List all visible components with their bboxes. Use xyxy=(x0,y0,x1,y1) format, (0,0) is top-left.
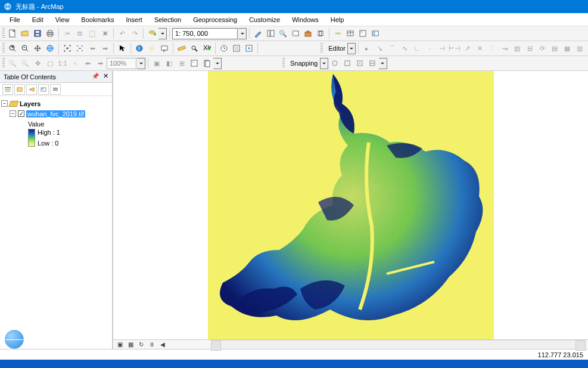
catalog-icon[interactable] xyxy=(265,27,276,39)
step-back-button[interactable]: ◀ xyxy=(158,341,167,349)
layout-button[interactable] xyxy=(357,27,369,39)
snap-vertex-button[interactable] xyxy=(354,57,366,69)
redo-button[interactable]: ↷ xyxy=(129,27,141,39)
layout-zoom-dropdown[interactable] xyxy=(137,58,145,69)
pause-drawing-button[interactable]: ⏸ xyxy=(148,341,156,349)
toolbar-grip-icon[interactable] xyxy=(282,58,285,69)
toolbar-grip-icon[interactable] xyxy=(2,43,5,54)
layout-zoom-input[interactable] xyxy=(107,58,136,69)
pan-button[interactable] xyxy=(32,42,43,54)
layer-row[interactable]: − ✓ wuhan_fvc_2019.tif xyxy=(1,109,111,119)
edit-sketch-button[interactable]: ▦ xyxy=(561,42,573,54)
new-doc-button[interactable] xyxy=(7,27,18,39)
toggle-draft-button[interactable]: ▣ xyxy=(151,57,163,69)
model-builder-button[interactable] xyxy=(332,27,344,39)
edit-straight-button[interactable]: ↘ xyxy=(374,42,385,54)
data-view-button[interactable]: ▣ xyxy=(116,341,124,349)
copy-button[interactable]: ⧉ xyxy=(74,27,86,39)
paste-button[interactable]: 📋 xyxy=(86,27,98,39)
list-by-selection-button[interactable] xyxy=(38,84,49,95)
menu-view[interactable]: View xyxy=(49,15,76,24)
edit-cut-polygons-button[interactable]: ▨ xyxy=(511,42,523,54)
layout-back-button[interactable]: ⬅ xyxy=(82,57,94,69)
overview-button[interactable] xyxy=(243,42,255,54)
menu-selection[interactable]: Selection xyxy=(148,15,187,24)
menu-help[interactable]: Help xyxy=(325,15,350,24)
print-button[interactable] xyxy=(44,27,56,39)
minus-icon[interactable]: − xyxy=(10,110,16,117)
snapping-dropdown[interactable] xyxy=(320,58,328,69)
pin-icon[interactable]: 📌 xyxy=(92,73,99,79)
minus-icon[interactable]: − xyxy=(1,100,8,107)
snapping-label[interactable]: Snapping xyxy=(287,60,319,67)
full-extent-button[interactable] xyxy=(44,42,56,54)
snap-point-button[interactable] xyxy=(329,57,341,69)
dd-toolbar-button[interactable] xyxy=(188,57,200,69)
fixed-zoom-out-button[interactable] xyxy=(74,42,86,54)
map-display[interactable] xyxy=(113,71,588,339)
toolbar-grip-icon[interactable] xyxy=(321,43,323,54)
menu-bookmarks[interactable]: Bookmarks xyxy=(75,15,120,24)
go-back-button[interactable]: ⬅ xyxy=(86,42,98,54)
open-button[interactable] xyxy=(19,27,31,39)
edit-create-features-button[interactable]: ▥ xyxy=(574,42,586,54)
edit-end-button[interactable]: ⊣ xyxy=(436,42,448,54)
table-button[interactable] xyxy=(344,27,356,39)
close-icon[interactable]: ✕ xyxy=(103,72,108,80)
editor-label[interactable]: Editor xyxy=(325,45,347,52)
zoom-out-button[interactable]: - xyxy=(19,42,31,54)
focus-data-frame-button[interactable]: ◧ xyxy=(163,57,175,69)
add-data-button[interactable]: + xyxy=(146,27,158,39)
edit-rotate-button[interactable]: ⟳ xyxy=(536,42,548,54)
menu-insert[interactable]: Insert xyxy=(120,15,148,24)
layout-whole-page-button[interactable]: ▢ xyxy=(44,57,56,69)
list-by-visibility-button[interactable] xyxy=(26,84,37,95)
map-scale-dropdown[interactable] xyxy=(238,28,247,39)
delete-button[interactable]: ✖ xyxy=(99,27,111,39)
layer-checkbox[interactable]: ✓ xyxy=(18,110,24,117)
layout-view-button[interactable]: ▦ xyxy=(126,341,135,349)
toolbox-button[interactable] xyxy=(302,27,314,39)
edit-midpoint-button[interactable]: · xyxy=(424,42,435,54)
editor-toolbar-button[interactable] xyxy=(252,27,264,39)
snap-options-dropdown[interactable] xyxy=(379,58,387,69)
toolbar-grip-icon[interactable] xyxy=(2,58,5,69)
windows-taskbar[interactable] xyxy=(0,360,588,368)
menu-file[interactable]: File xyxy=(4,15,26,24)
change-layout-button[interactable]: ⊞ xyxy=(176,57,188,69)
edit-intersection-button[interactable]: ✕ xyxy=(474,42,486,54)
editor-dropdown[interactable] xyxy=(347,43,356,54)
select-elements-button[interactable] xyxy=(116,42,128,54)
measure-button[interactable] xyxy=(176,42,188,54)
layout-pan-button[interactable]: ✥ xyxy=(32,57,43,69)
undo-button[interactable]: ↶ xyxy=(116,27,128,39)
layout-zoom-out-button[interactable]: 🔍 xyxy=(19,57,31,69)
map-scale-input[interactable] xyxy=(172,28,238,39)
edit-direction-button[interactable]: ↗ xyxy=(461,42,473,54)
viewer-window-button[interactable] xyxy=(231,42,242,54)
edit-arc-button[interactable]: ⌒ xyxy=(386,42,398,54)
find-button[interactable] xyxy=(188,42,200,54)
toc-options-button[interactable] xyxy=(50,84,61,95)
hyperlink-button[interactable]: ⚡ xyxy=(146,42,158,54)
identify-button[interactable]: i xyxy=(133,42,145,54)
menu-geoprocessing[interactable]: Geoprocessing xyxy=(187,15,243,24)
menu-windows[interactable]: Windows xyxy=(286,15,325,24)
edit-right-angle-button[interactable]: ∟ xyxy=(411,42,423,54)
go-to-xy-button[interactable]: XY xyxy=(201,42,213,54)
edit-distance-button[interactable]: ⊢⊣ xyxy=(449,42,461,54)
edit-reshape-button[interactable]: ↝ xyxy=(499,42,511,54)
add-data-dropdown[interactable] xyxy=(158,28,167,39)
list-by-drawing-order-button[interactable] xyxy=(2,84,13,95)
edit-attributes-button[interactable]: ▤ xyxy=(549,42,561,54)
time-slider-button[interactable] xyxy=(218,42,230,54)
toolbar-grip-icon[interactable] xyxy=(2,28,5,39)
menu-edit[interactable]: Edit xyxy=(26,15,49,24)
html-popup-button[interactable] xyxy=(158,42,170,54)
search-button[interactable]: 🔍 xyxy=(277,27,289,39)
python-button[interactable]: ▯ xyxy=(315,27,326,39)
layers-root-row[interactable]: − Layers xyxy=(1,98,111,109)
menu-customize[interactable]: Customize xyxy=(243,15,286,24)
go-forward-button[interactable]: ➡ xyxy=(99,42,111,54)
horizontal-scrollbar[interactable] xyxy=(211,340,586,349)
